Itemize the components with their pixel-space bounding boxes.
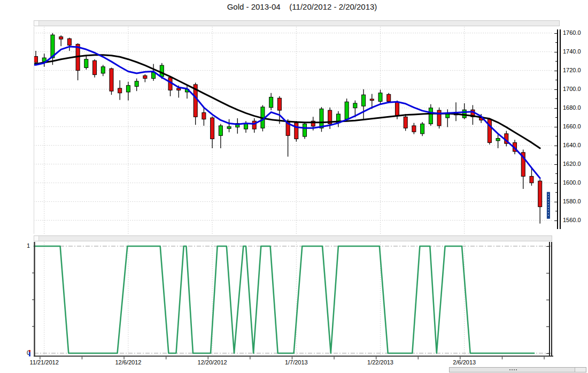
horizontal-scrollbar[interactable]: [449, 367, 586, 372]
candle-up: [227, 127, 231, 129]
signal-right-tick: [546, 300, 549, 300]
price-tick-label: 1720.0: [563, 67, 581, 73]
price-tick-label: 1640.0: [563, 142, 581, 148]
price-minor-tick: [555, 173, 557, 174]
fast-ma-line: [34, 47, 540, 178]
candle-up: [353, 103, 357, 108]
price-minor-tick: [555, 61, 557, 62]
price-major-tick: [554, 164, 557, 165]
price-minor-tick: [555, 42, 557, 43]
price-minor-tick: [555, 136, 557, 136]
candle-down: [530, 176, 533, 182]
price-chart-area[interactable]: [34, 27, 557, 234]
price-tick-label: 1660.0: [563, 123, 581, 130]
candle-down: [143, 75, 147, 78]
candle-down: [277, 98, 281, 110]
candle-up: [345, 102, 349, 119]
candle-down: [93, 60, 97, 74]
price-pane-header[interactable]: [34, 20, 560, 26]
page-title: Gold - 2013-04 (11/20/2012 - 2/20/2013): [0, 2, 588, 11]
candle-up: [269, 97, 273, 108]
candle-up: [135, 81, 138, 87]
price-major-tick: [554, 220, 557, 221]
price-minor-tick: [555, 117, 557, 118]
price-major-tick: [554, 202, 557, 202]
candle-down: [395, 102, 399, 116]
candle-up: [244, 124, 248, 129]
signal-right-tick: [546, 246, 549, 247]
binary-signal-line: [34, 246, 534, 353]
candle-up: [378, 93, 382, 102]
candle-down: [488, 119, 491, 143]
price-tick-label: 1620.0: [563, 161, 581, 167]
signal-right-tick: [546, 353, 549, 354]
candle-down: [211, 118, 214, 139]
date-tick-label: 12/20/2012: [185, 359, 239, 366]
candle-down: [177, 88, 181, 90]
price-tick-label: 1700.0: [563, 86, 581, 92]
signal-pane-header[interactable]: [34, 235, 552, 241]
signal-right-tick: [546, 273, 549, 273]
price-minor-tick: [555, 211, 557, 211]
price-axis[interactable]: [557, 29, 561, 229]
candle-up: [320, 109, 323, 128]
candle-down: [412, 126, 416, 132]
candle-down: [110, 68, 113, 91]
date-tick-label: 12/6/2012: [102, 359, 155, 366]
candle-down: [295, 123, 298, 139]
candle-up: [160, 65, 164, 77]
candle-down: [370, 99, 374, 101]
price-minor-tick: [555, 155, 557, 155]
pane-expander-icon[interactable]: [34, 21, 39, 26]
price-gridlines: [34, 27, 552, 234]
price-minor-tick: [555, 98, 557, 99]
price-tick-label: 1560.0: [563, 217, 581, 223]
signal-gridlines: [34, 242, 553, 356]
scrollbar-right-button[interactable]: [575, 368, 586, 372]
chart-window: Gold - 2013-04 (11/20/2012 - 2/20/2013) …: [0, 0, 588, 373]
candle-up: [219, 126, 222, 135]
pane-expander-icon[interactable]: [34, 236, 39, 241]
date-tick-label: 2/6/2013: [438, 359, 491, 366]
candle-down: [59, 37, 63, 39]
price-minor-tick: [555, 192, 557, 193]
price-tick-label: 1600.0: [563, 179, 581, 186]
candle-down: [34, 56, 38, 62]
price-pane-left-border: [34, 27, 34, 234]
candle-up: [101, 67, 105, 73]
price-major-tick: [554, 146, 557, 146]
signal-tick-label-one: 1: [20, 242, 30, 249]
candle-down: [252, 121, 256, 129]
signal-axis-marker: [29, 350, 30, 356]
candle-up: [429, 108, 432, 124]
price-major-tick: [554, 52, 557, 52]
price-major-tick: [554, 108, 557, 109]
price-major-tick: [554, 183, 557, 184]
date-tick-label: 1/7/2013: [269, 359, 323, 366]
candle-up: [462, 110, 466, 118]
candle-up: [362, 95, 366, 106]
candle-down: [404, 117, 407, 128]
candle-up: [84, 59, 88, 68]
price-tick-label: 1680.0: [563, 104, 581, 111]
price-tick-label: 1740.0: [563, 48, 581, 55]
date-tick-label: 1/22/2013: [354, 359, 407, 366]
signal-right-axis: [549, 242, 552, 356]
candle-down: [118, 88, 122, 93]
scrollbar-grip-icon[interactable]: [509, 369, 520, 371]
price-major-tick: [554, 33, 557, 34]
current-bar-marker: [547, 192, 550, 218]
signal-chart-svg[interactable]: [31, 242, 557, 369]
price-major-tick: [554, 71, 557, 71]
signal-right-tick: [546, 326, 549, 327]
price-tick-label: 1760.0: [563, 29, 581, 36]
price-minor-tick: [555, 80, 557, 80]
candle-down: [387, 94, 391, 101]
signal-chart-area[interactable]: [31, 242, 557, 369]
candle-down: [202, 112, 206, 119]
price-major-tick: [554, 127, 557, 127]
candle-up: [421, 124, 424, 133]
candle-down: [437, 110, 441, 126]
price-chart-svg[interactable]: [34, 27, 557, 234]
candle-down: [538, 181, 542, 207]
